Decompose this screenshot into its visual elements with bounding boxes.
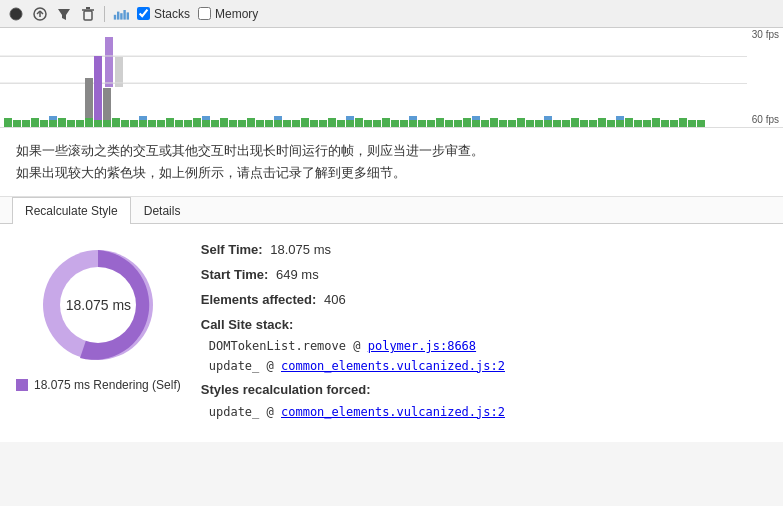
- chart-canvas: [0, 28, 740, 128]
- start-time-row: Start Time: 649 ms: [201, 265, 767, 286]
- forced-line1-pre: update_ @: [209, 405, 281, 419]
- fps30-label: 30 fps: [752, 30, 779, 40]
- callsite-line1-link[interactable]: polymer.js:8668: [368, 339, 476, 353]
- description-line2: 如果出现较大的紫色块，如上例所示，请点击记录了解到更多细节。: [16, 162, 767, 184]
- separator: [104, 6, 105, 22]
- forced-callsite-block: update_ @ common_elements.vulcanized.js:…: [201, 403, 767, 422]
- forced-line1-link[interactable]: common_elements.vulcanized.js:2: [281, 405, 505, 419]
- details-panel: Self Time: 18.075 ms Start Time: 649 ms …: [201, 240, 767, 426]
- svg-point-0: [10, 8, 22, 20]
- start-time-value: 649 ms: [276, 267, 319, 282]
- chart-icon[interactable]: [113, 6, 129, 22]
- svg-rect-10: [117, 11, 119, 19]
- description-line1: 如果一些滚动之类的交互或其他交互时出现长时间运行的帧，则应当进一步审查。: [16, 140, 767, 162]
- record-button[interactable]: [8, 6, 24, 22]
- callsite-line2: update_ @ common_elements.vulcanized.js:…: [209, 357, 767, 376]
- elements-value: 406: [324, 292, 346, 307]
- filter-icon[interactable]: [56, 6, 72, 22]
- self-time-label: Self Time:: [201, 242, 263, 257]
- stacks-checkbox[interactable]: [137, 7, 150, 20]
- tabs-container: Recalculate Style Details 18.075 ms 18.0…: [0, 197, 783, 442]
- callsite-row: Call Site stack: DOMTokenList.remove @ p…: [201, 315, 767, 376]
- pie-chart-container: 18.075 ms 18.075 ms Rendering (Self): [16, 240, 181, 426]
- svg-rect-9: [114, 14, 116, 19]
- pie-center-label: 18.075 ms: [66, 297, 131, 313]
- callsite-label: Call Site stack:: [201, 317, 294, 332]
- pie-legend: 18.075 ms Rendering (Self): [16, 378, 181, 392]
- forced-label: Styles recalculation forced:: [201, 382, 371, 397]
- forced-row: Styles recalculation forced: update_ @ c…: [201, 380, 767, 422]
- callsite-line1: DOMTokenList.remove @ polymer.js:8668: [209, 337, 767, 356]
- tabs-header: Recalculate Style Details: [0, 197, 783, 224]
- tab-content: 18.075 ms 18.075 ms Rendering (Self) Sel…: [0, 224, 783, 442]
- memory-checkbox[interactable]: [198, 7, 211, 20]
- svg-rect-11: [120, 13, 122, 19]
- elements-row: Elements affected: 406: [201, 290, 767, 311]
- memory-checkbox-group[interactable]: Memory: [198, 7, 258, 21]
- tab-recalculate[interactable]: Recalculate Style: [12, 197, 131, 224]
- stacks-checkbox-group[interactable]: Stacks: [137, 7, 190, 21]
- callsite-line2-link[interactable]: common_elements.vulcanized.js:2: [281, 359, 505, 373]
- trash-icon[interactable]: [80, 6, 96, 22]
- fps-labels: 30 fps 60 fps: [752, 28, 779, 127]
- elements-label: Elements affected:: [201, 292, 317, 307]
- forced-line1: update_ @ common_elements.vulcanized.js:…: [209, 403, 767, 422]
- callsite-line1-pre: DOMTokenList.remove @: [209, 339, 368, 353]
- stop-button[interactable]: [32, 6, 48, 22]
- description-area: 如果一些滚动之类的交互或其他交互时出现长时间运行的帧，则应当进一步审查。 如果出…: [0, 128, 783, 197]
- pie-chart: 18.075 ms: [33, 240, 163, 370]
- start-time-label: Start Time:: [201, 267, 269, 282]
- fps60-label: 60 fps: [752, 115, 779, 125]
- toolbar: Stacks Memory: [0, 0, 783, 28]
- callsite-line2-pre: update_ @: [209, 359, 281, 373]
- svg-rect-12: [123, 10, 125, 20]
- legend-swatch: [16, 379, 28, 391]
- svg-rect-13: [127, 12, 129, 19]
- stacks-label: Stacks: [154, 7, 190, 21]
- memory-label: Memory: [215, 7, 258, 21]
- performance-chart: 30 fps 60 fps // We'll render the green …: [0, 28, 783, 128]
- tab-details[interactable]: Details: [131, 197, 194, 224]
- legend-text: 18.075 ms Rendering (Self): [34, 378, 181, 392]
- callsite-block: DOMTokenList.remove @ polymer.js:8668 up…: [201, 337, 767, 375]
- svg-marker-5: [58, 9, 70, 20]
- svg-rect-6: [84, 11, 92, 20]
- self-time-row: Self Time: 18.075 ms: [201, 240, 767, 261]
- self-time-value: 18.075 ms: [270, 242, 331, 257]
